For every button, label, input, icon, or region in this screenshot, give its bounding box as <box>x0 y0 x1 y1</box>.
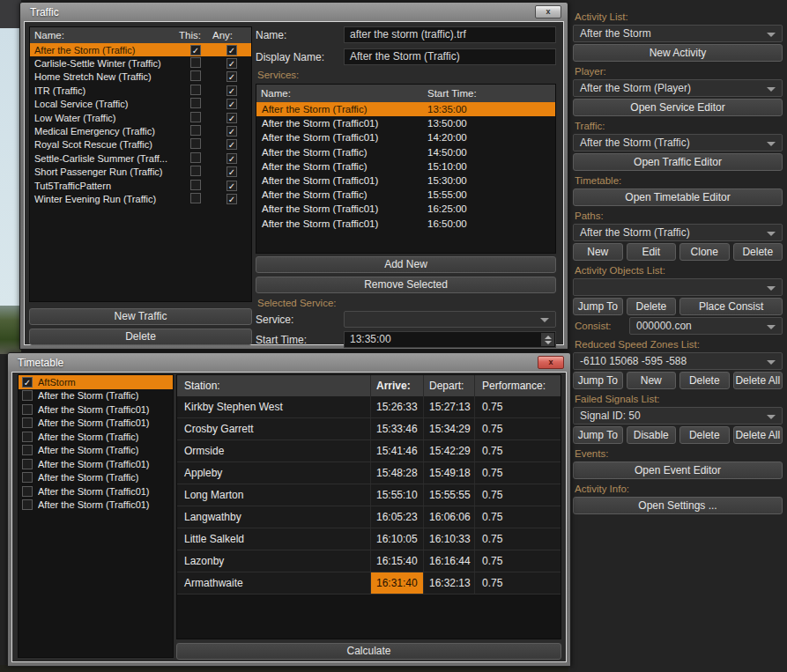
delete-all-button[interactable]: Delete All <box>733 372 783 389</box>
edit-button[interactable]: Edit <box>627 243 677 261</box>
station-column-header[interactable]: Station: <box>177 375 371 396</box>
checkbox-unchecked[interactable] <box>190 166 201 176</box>
traffic-row[interactable]: Short Passenger Run (Traffic)✓ <box>30 166 251 179</box>
spinner-up-icon[interactable] <box>545 336 552 339</box>
activity-list-dropdown[interactable]: After the Storm <box>573 25 783 42</box>
checkbox-checked[interactable]: ✓ <box>190 45 201 55</box>
timetable-tree-item[interactable]: After the Storm (Traffic01) <box>19 484 173 498</box>
time-spinner[interactable] <box>541 333 554 346</box>
service-row[interactable]: After the Storm (Traffic01)15:30:00 <box>256 174 555 188</box>
checkbox-unchecked[interactable] <box>22 499 33 510</box>
name-column-header[interactable]: Name: <box>30 27 179 43</box>
activity-objects-dropdown[interactable] <box>573 278 783 296</box>
timetable-row[interactable]: Lazonby16:15:4016:16:440.75 <box>177 550 561 572</box>
checkbox-unchecked[interactable] <box>190 70 201 81</box>
this-column-header[interactable]: This: <box>179 27 212 43</box>
jump-to-button[interactable]: Jump To <box>573 372 623 389</box>
traffic-row[interactable]: Low Water (Traffic)✓ <box>30 111 251 124</box>
paths-dropdown[interactable]: After the Storm (Traffic) <box>573 224 783 241</box>
jump-to-button[interactable]: Jump To <box>573 298 623 315</box>
delete-button[interactable]: Delete <box>733 243 783 261</box>
clone-button[interactable]: Clone <box>679 243 730 261</box>
traffic-row[interactable]: Royal Scot Rescue (Traffic)✓ <box>30 138 251 151</box>
checkbox-unchecked[interactable] <box>22 432 33 442</box>
traffic-row[interactable]: Medical Emergency (Traffic)✓ <box>30 124 251 137</box>
checkbox-unchecked[interactable] <box>22 390 33 401</box>
open-settings-button[interactable]: Open Settings ... <box>573 497 783 514</box>
checkbox-unchecked[interactable] <box>22 417 33 428</box>
reduced-speed-zones-dropdown[interactable]: -6110 15068 -595 -588 <box>573 352 783 370</box>
checkbox-unchecked[interactable] <box>190 152 201 163</box>
checkbox-checked[interactable]: ✓ <box>226 113 237 123</box>
checkbox-unchecked[interactable] <box>22 486 33 497</box>
checkbox-checked[interactable]: ✓ <box>226 153 237 164</box>
checkbox-checked[interactable]: ✓ <box>226 194 237 204</box>
start-time-column-header[interactable]: Start Time: <box>427 85 555 102</box>
open-service-editor-button[interactable]: Open Service Editor <box>573 99 783 116</box>
checkbox-unchecked[interactable] <box>22 445 33 455</box>
timetable-row[interactable]: Armathwaite16:31:4016:32:130.75 <box>177 572 561 594</box>
place-consist-button[interactable]: Place Consist <box>679 298 783 315</box>
delete-button[interactable]: Delete <box>679 372 730 389</box>
checkbox-unchecked[interactable] <box>190 98 201 108</box>
timetable-row[interactable]: Ormside15:41:4615:42:290.75 <box>177 440 561 462</box>
arrive-column-header[interactable]: Arrive: <box>371 375 424 396</box>
delete-button[interactable]: Delete <box>679 426 730 444</box>
service-row[interactable]: After the Storm (Traffic)15:55:00 <box>256 188 555 202</box>
new-button[interactable]: New <box>627 372 677 389</box>
delete-button[interactable]: Delete <box>627 298 677 315</box>
delete-all-button[interactable]: Delete All <box>733 426 783 444</box>
timetable-row[interactable]: Langwathby16:05:2316:06:060.75 <box>177 506 561 528</box>
display-name-input[interactable]: After the Storm (Traffic) <box>344 48 556 65</box>
any-column-header[interactable]: Any: <box>212 27 251 43</box>
timetable-tree-item[interactable]: After the Storm (Traffic) <box>19 471 173 485</box>
checkbox-unchecked[interactable] <box>190 193 201 203</box>
service-row[interactable]: After the Storm (Traffic)14:50:00 <box>256 145 555 159</box>
checkbox-unchecked[interactable] <box>190 57 201 68</box>
player-dropdown[interactable]: After the Storm (Player) <box>573 79 783 97</box>
timetable-row[interactable]: Appleby15:48:2815:49:180.75 <box>177 462 561 484</box>
service-row[interactable]: After the Storm (Traffic01)14:20:00 <box>256 130 555 144</box>
timetable-tree-item[interactable]: ✓AftStorm <box>19 375 173 389</box>
timetable-tree-item[interactable]: After the Storm (Traffic01) <box>19 402 173 417</box>
open-traffic-editor-button[interactable]: Open Traffic Editor <box>573 153 783 171</box>
checkbox-checked[interactable]: ✓ <box>226 58 237 69</box>
close-icon[interactable]: x <box>535 5 561 18</box>
name-input[interactable]: after the storm (traffic).trf <box>344 26 556 43</box>
traffic-row[interactable]: Home Stretch New (Traffic)✓ <box>30 70 251 84</box>
checkbox-checked[interactable]: ✓ <box>226 45 237 55</box>
depart-column-header[interactable]: Depart: <box>424 375 475 396</box>
delete-traffic-button[interactable]: Delete <box>29 329 252 345</box>
checkbox-checked[interactable]: ✓ <box>226 139 237 150</box>
timetable-tree-item[interactable]: After the Storm (Traffic) <box>19 389 173 403</box>
service-row[interactable]: After the Storm (Traffic)13:35:00 <box>256 102 555 116</box>
service-dropdown[interactable] <box>344 311 556 328</box>
checkbox-checked[interactable]: ✓ <box>22 377 33 388</box>
checkbox-unchecked[interactable] <box>190 85 201 95</box>
traffic-window-titlebar[interactable]: Traffic x <box>24 3 564 21</box>
traffic-row[interactable]: Tut5TrafficPattern✓ <box>30 179 251 192</box>
timetable-tree-item[interactable]: After the Storm (Traffic) <box>19 430 173 444</box>
timetable-window-titlebar[interactable]: Timetable x <box>11 353 567 372</box>
new-traffic-button[interactable]: New Traffic <box>29 308 252 325</box>
new-activity-button[interactable]: New Activity <box>573 44 783 62</box>
service-row[interactable]: After the Storm (Traffic)15:10:00 <box>256 159 555 174</box>
timetable-tree-item[interactable]: After the Storm (Traffic01) <box>19 417 173 431</box>
checkbox-unchecked[interactable] <box>190 138 201 149</box>
traffic-row[interactable]: Carlisle-Settle Winter (Traffic)✓ <box>30 56 251 70</box>
checkbox-unchecked[interactable] <box>22 459 33 469</box>
checkbox-unchecked[interactable] <box>190 125 201 136</box>
jump-to-button[interactable]: Jump To <box>573 426 623 444</box>
calculate-button[interactable]: Calculate <box>176 643 561 660</box>
traffic-row[interactable]: Winter Evening Run (Traffic)✓ <box>30 192 251 205</box>
traffic-row[interactable]: Local Service (Traffic)✓ <box>30 98 251 111</box>
traffic-row[interactable]: Settle-Carlisle Summer (Traff...✓ <box>30 151 251 165</box>
timetable-row[interactable]: Crosby Garrett15:33:4615:34:290.75 <box>177 418 561 440</box>
timetable-row[interactable]: Little Salkeld16:10:0516:10:330.75 <box>177 528 561 550</box>
checkbox-unchecked[interactable] <box>22 472 33 483</box>
new-button[interactable]: New <box>573 243 623 261</box>
consist-dropdown[interactable]: 000000.con <box>629 317 783 335</box>
timetable-row[interactable]: Long Marton15:55:1015:55:550.75 <box>177 484 561 506</box>
start-time-input[interactable]: 13:35:00 <box>344 331 556 348</box>
traffic-row[interactable]: After the Storm (Traffic)✓✓ <box>30 43 251 56</box>
